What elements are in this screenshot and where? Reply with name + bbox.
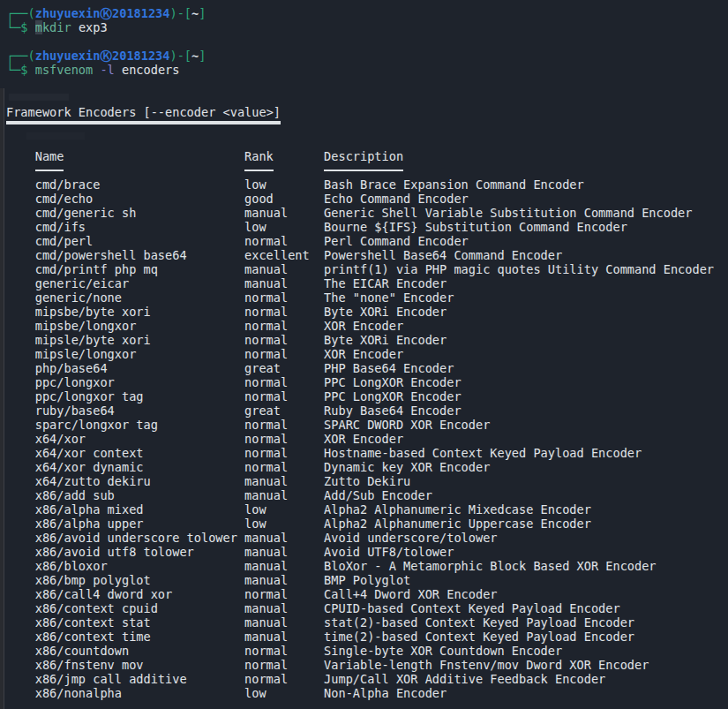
encoder-description: Powershell Base64 Command Encoder <box>324 248 728 262</box>
encoder-description: BloXor - A Metamorphic Block Based XOR E… <box>324 559 728 573</box>
encoder-rank: low <box>244 220 324 234</box>
prompt-header-1: ┌──(zhuyuexinⓀ20181234)-[~] <box>6 6 728 20</box>
encoder-rank: normal <box>244 658 324 672</box>
encoder-name: generic/eicar <box>35 276 244 290</box>
encoder-name: cmd/brace <box>35 177 244 192</box>
encoder-description: XOR Encoder <box>324 319 728 333</box>
output-title: Framework Encoders [--encoder <value>] <box>6 105 728 119</box>
encoder-description: stat(2)-based Context Keyed Payload Enco… <box>324 615 728 630</box>
encoder-row: x86/countdown normal Single-byte XOR Cou… <box>6 644 728 658</box>
encoder-rank: manual <box>244 615 324 630</box>
encoder-row: cmd/ifs low Bourne ${IFS} Substitution C… <box>6 220 728 234</box>
encoder-description: Variable-length Fnstenv/mov Dword XOR En… <box>324 658 728 672</box>
encoder-name: mipsle/byte_xori <box>35 333 244 347</box>
encoder-rank: normal <box>244 432 324 446</box>
encoder-name: generic/none <box>35 290 244 305</box>
encoder-name: x86/alpha_upper <box>35 517 244 531</box>
encoder-name: cmd/printf_php_mq <box>35 262 244 276</box>
encoder-row: php/base64 great PHP Base64 Encoder <box>6 361 728 375</box>
encoder-rank: manual <box>244 573 324 587</box>
command-line-2: └─$ msfvenom -l encoders <box>6 63 728 77</box>
encoder-name: x64/xor_context <box>35 446 244 460</box>
encoder-name: ruby/base64 <box>35 404 244 418</box>
scroll-artifact <box>9 94 69 101</box>
encoder-rank: normal <box>244 446 324 460</box>
encoder-rank: normal <box>244 672 324 686</box>
encoder-name: php/base64 <box>35 361 244 375</box>
encoder-rank: good <box>244 192 324 206</box>
encoder-row: cmd/powershell_base64 excellent Powershe… <box>6 248 728 262</box>
encoder-rank: normal <box>244 418 324 432</box>
prompt-host: 20181234 <box>112 49 169 63</box>
encoder-description: Avoid UTF8/tolower <box>324 545 728 559</box>
command-argument: encoders <box>122 63 179 77</box>
encoder-row: generic/eicar manual The EICAR Encoder <box>6 276 728 290</box>
encoder-name: x64/zutto_dekiru <box>35 474 244 488</box>
prompt-user: zhuyuexin <box>35 49 101 63</box>
header-underline-name <box>35 170 64 171</box>
encoder-row: cmd/perl normal Perl Command Encoder <box>6 234 728 248</box>
encoder-row: mipsle/longxor normal XOR Encoder <box>6 347 728 361</box>
encoder-rank: low <box>244 177 324 192</box>
terminal-window[interactable]: ┌──(zhuyuexinⓀ20181234)-[~] └─$ mkdir ex… <box>0 0 728 709</box>
encoder-description: BMP Polyglot <box>324 573 728 587</box>
encoder-row: x86/context_cpuid manual CPUID-based Con… <box>6 601 728 615</box>
encoder-rank: low <box>244 502 324 517</box>
encoder-description: Avoid underscore/tolower <box>324 531 728 545</box>
header-description: Description <box>324 149 728 163</box>
encoder-rank: normal <box>244 234 324 248</box>
encoder-rank: normal <box>244 347 324 361</box>
title-underline <box>6 121 728 135</box>
encoder-rank: manual <box>244 531 324 545</box>
encoder-table-body: cmd/brace low Bash Brace Expansion Comma… <box>6 177 728 700</box>
encoder-description: Alpha2 Alphanumeric Mixedcase Encoder <box>324 502 728 517</box>
encoder-description: Ruby Base64 Encoder <box>324 404 728 418</box>
encoder-description: PPC LongXOR Encoder <box>324 375 728 389</box>
encoder-name: sparc/longxor_tag <box>35 418 244 432</box>
encoder-description: Echo Command Encoder <box>324 192 728 206</box>
encoder-description: Zutto Dekiru <box>324 474 728 488</box>
encoder-rank: manual <box>244 559 324 573</box>
prompt-host: 20181234 <box>112 6 169 20</box>
encoder-rank: manual <box>244 262 324 276</box>
header-rank: Rank <box>244 149 324 163</box>
encoder-row: x86/alpha_mixed low Alpha2 Alphanumeric … <box>6 502 728 517</box>
encoder-name: ppc/longxor_tag <box>35 389 244 404</box>
encoder-name: cmd/ifs <box>35 220 244 234</box>
prompt-frame-open: ┌──( <box>6 6 35 20</box>
prompt-frame-close: ] <box>199 49 206 63</box>
encoder-description: printf(1) via PHP magic_quotes Utility C… <box>324 262 728 276</box>
encoder-rank: normal <box>244 389 324 404</box>
encoder-description: CPUID-based Context Keyed Payload Encode… <box>324 601 728 615</box>
prompt-frame-mid: )-[ <box>170 6 192 20</box>
encoder-row: x86/alpha_upper low Alpha2 Alphanumeric … <box>6 517 728 531</box>
scroll-artifact <box>26 132 85 140</box>
encoder-rank: normal <box>244 333 324 347</box>
header-underline-row <box>6 163 728 177</box>
encoder-rank: great <box>244 404 324 418</box>
encoder-name: x86/avoid_utf8_tolower <box>35 545 244 559</box>
prompt-symbol: └─$ <box>6 20 28 34</box>
encoder-row: x86/fnstenv_mov normal Variable-length F… <box>6 658 728 672</box>
prompt-frame-mid: )-[ <box>170 49 192 63</box>
encoder-rank: manual <box>244 545 324 559</box>
encoder-name: x86/nonalpha <box>35 686 244 700</box>
encoder-rank: normal <box>244 460 324 474</box>
encoder-description: Bash Brace Expansion Command Encoder <box>324 177 728 192</box>
encoder-description: Generic Shell Variable Substitution Comm… <box>324 206 728 220</box>
encoder-row: x86/call4_dword_xor normal Call+4 Dword … <box>6 587 728 601</box>
cursor-block: m <box>35 20 42 34</box>
encoder-description: XOR Encoder <box>324 347 728 361</box>
encoder-row: x86/avoid_utf8_tolower manual Avoid UTF8… <box>6 545 728 559</box>
prompt-header-2: ┌──(zhuyuexinⓀ20181234)-[~] <box>6 49 728 63</box>
encoder-name: x86/jmp_call_additive <box>35 672 244 686</box>
encoder-row: x86/jmp_call_additive normal Jump/Call X… <box>6 672 728 686</box>
encoder-rank: manual <box>244 488 324 502</box>
encoder-name: x86/context_stat <box>35 615 244 630</box>
encoder-row: cmd/echo good Echo Command Encoder <box>6 192 728 206</box>
encoder-description: Dynamic key XOR Encoder <box>324 460 728 474</box>
encoder-description: The "none" Encoder <box>324 290 728 305</box>
encoder-row: x64/xor_dynamic normal Dynamic key XOR E… <box>6 460 728 474</box>
encoder-row: x86/avoid_underscore_tolower manual Avoi… <box>6 531 728 545</box>
encoder-row: x64/xor_context normal Hostname-based Co… <box>6 446 728 460</box>
